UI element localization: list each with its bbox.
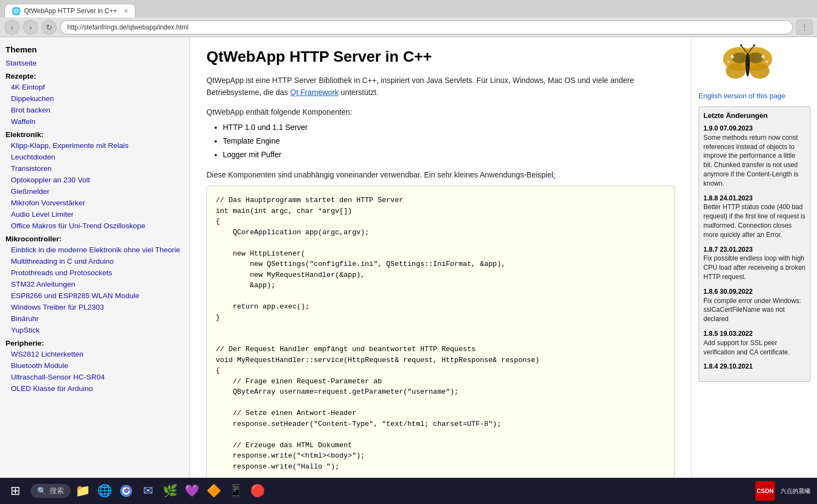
svg-point-5 bbox=[748, 52, 763, 63]
changelog-text-4: Fix compile error under Windows: sslCaCe… bbox=[703, 297, 806, 324]
menu-button[interactable]: ⋮ bbox=[796, 20, 813, 35]
svg-point-2 bbox=[726, 63, 745, 79]
sidebar-item-ws2812[interactable]: WS2812 Lichterketten bbox=[0, 348, 190, 360]
active-tab[interactable]: 🌐 QtWebApp HTTP Server in C++ ✕ bbox=[4, 4, 135, 17]
taskbar-search-label: 搜索 bbox=[50, 486, 64, 496]
taskbar-icon-purple-app[interactable]: 💜 bbox=[182, 481, 202, 501]
components-list: HTTP 1.0 und 1.1 Server Template Engine … bbox=[206, 121, 675, 162]
sidebar-item-bluetooth[interactable]: Bluetooth Module bbox=[0, 360, 190, 371]
taskbar-icon-file-explorer[interactable]: 📁 bbox=[73, 481, 92, 501]
sidebar-item-4k-eintopf[interactable]: 4K Eintopf bbox=[0, 81, 190, 93]
sidebar-item-office-makros[interactable]: Office Makros für Uni-Trend Oszilloskope bbox=[0, 220, 190, 232]
taskbar-icon-green-app[interactable]: 🌿 bbox=[160, 481, 180, 501]
sidebar-title: Themen bbox=[0, 43, 190, 57]
component-item-3: Logger mit Puffer bbox=[223, 148, 675, 162]
svg-point-10 bbox=[753, 44, 755, 46]
changelog-entry-5: 1.8.5 19.03.2022 Add support for SSL pee… bbox=[703, 329, 806, 357]
sidebar-item-oled[interactable]: OLED Klasse für Arduino bbox=[0, 383, 190, 394]
taskbar-icon-chrome[interactable] bbox=[116, 481, 136, 501]
sidebar-item-esp8266[interactable]: ESP8266 und ESP8285 WLAN Module bbox=[0, 290, 190, 301]
sidebar-item-protothreads[interactable]: Protothreads und Protosockets bbox=[0, 267, 190, 278]
sidebar-item-transistoren[interactable]: Transistoren bbox=[0, 163, 190, 174]
taskbar-icon-csdn[interactable]: CSDN bbox=[755, 481, 775, 501]
browser-tabs-row: 🌐 QtWebApp HTTP Server in C++ ✕ bbox=[0, 0, 817, 17]
sidebar-item-einblick[interactable]: Einblick in die moderne Elektronik ohne … bbox=[0, 244, 190, 256]
svg-point-3 bbox=[750, 63, 769, 79]
sidebar-item-giessmelder[interactable]: Gießmelder bbox=[0, 186, 190, 197]
right-panel: English version of this page Letzte Ände… bbox=[691, 37, 817, 478]
url-text: http://stefanfrings.de/qtwebapp/index.ht… bbox=[67, 23, 188, 31]
sidebar-item-yupstick[interactable]: YupStick bbox=[0, 324, 190, 336]
taskbar-icon-orange-app[interactable]: 🔶 bbox=[204, 481, 223, 501]
svg-point-12 bbox=[761, 55, 765, 58]
sidebar-section-elektronik: Elektronik: bbox=[0, 127, 190, 140]
sidebar-section-mikrocontroller: Mikrocontroller: bbox=[0, 232, 190, 244]
back-button[interactable]: ‹ bbox=[4, 20, 20, 35]
sidebar-section-peripherie: Peripherie: bbox=[0, 336, 190, 348]
example-intro-text: Diese Komponenten sind unabhängig vonein… bbox=[206, 170, 675, 179]
sidebar: Themen Startseite Rezepte: 4K Eintopf Di… bbox=[0, 37, 190, 478]
taskbar-icon-red-app[interactable]: 🔴 bbox=[247, 481, 267, 501]
svg-point-14 bbox=[766, 61, 768, 63]
refresh-button[interactable]: ↻ bbox=[42, 20, 57, 35]
example-link[interactable]: : bbox=[553, 170, 555, 179]
english-version-link[interactable]: English version of this page bbox=[698, 92, 810, 100]
changelog-text-3: Fix possible endless loop with high CPU … bbox=[703, 254, 806, 281]
changelog-title: Letzte Änderungen bbox=[703, 111, 806, 120]
changelog-entry-1: 1.9.0 07.09.2023 Some methods return now… bbox=[703, 124, 806, 188]
start-button[interactable]: ⊞ bbox=[4, 480, 26, 502]
main-content: QtWebApp HTTP Server in C++ QtWepApp ist… bbox=[190, 37, 691, 478]
svg-point-4 bbox=[732, 52, 747, 63]
taskbar: ⊞ 🔍 搜索 📁 🌐 ✉ 🌿 💜 🔶 📱 🔴 CSDN 六点的晨曦 bbox=[0, 478, 817, 504]
sidebar-item-windows-treiber[interactable]: Windows Treiber für PL2303 bbox=[0, 301, 190, 313]
browser-bar: ‹ › ↻ http://stefanfrings.de/qtwebapp/in… bbox=[0, 17, 817, 37]
components-title: QtWebApp enthält folgende Komponenten: bbox=[206, 108, 675, 116]
sidebar-item-binaeuhr[interactable]: Binäruhr bbox=[0, 313, 190, 324]
svg-point-8 bbox=[740, 44, 742, 46]
content-area: QtWebApp HTTP Server in C++ QtWepApp ist… bbox=[190, 37, 817, 478]
sidebar-item-ultraschall[interactable]: Ultraschall-Sensor HC-SR04 bbox=[0, 371, 190, 383]
component-item-2: Template Engine bbox=[223, 134, 675, 148]
sidebar-item-waffeln[interactable]: Waffeln bbox=[0, 116, 190, 127]
taskbar-search-bar[interactable]: 🔍 搜索 bbox=[31, 484, 70, 498]
tab-label: QtWebApp HTTP Server in C++ bbox=[24, 7, 117, 15]
search-icon: 🔍 bbox=[37, 487, 46, 495]
sidebar-item-mikrofon[interactable]: Mikrofon Vorverstärker bbox=[0, 197, 190, 209]
changelog-entry-2: 1.8.8 24.01.2023 Better HTTP status code… bbox=[703, 194, 806, 240]
changelog-version-3: 1.8.7 23.01.2023 bbox=[703, 245, 806, 254]
sidebar-item-leuchtdioden[interactable]: Leuchtdioden bbox=[0, 151, 190, 163]
page-title: QtWebApp HTTP Server in C++ bbox=[206, 48, 675, 66]
tab-close-icon[interactable]: ✕ bbox=[123, 8, 128, 15]
taskbar-icon-edge[interactable]: 🌐 bbox=[94, 481, 114, 501]
url-bar[interactable]: http://stefanfrings.de/qtwebapp/index.ht… bbox=[60, 20, 793, 34]
svg-point-13 bbox=[727, 61, 730, 63]
component-item-1: HTTP 1.0 und 1.1 Server bbox=[223, 121, 675, 134]
sidebar-item-brot-backen[interactable]: Brot backen bbox=[0, 104, 190, 116]
sidebar-item-stm32[interactable]: STM32 Anleitungen bbox=[0, 278, 190, 290]
clock-time: 六点的晨曦 bbox=[780, 487, 810, 495]
changelog-entry-4: 1.8.6 30.09.2022 Fix compile error under… bbox=[703, 287, 806, 324]
taskbar-icon-device[interactable]: 📱 bbox=[226, 481, 245, 501]
sidebar-item-startseite[interactable]: Startseite bbox=[0, 57, 190, 69]
sidebar-item-multithreading[interactable]: Multithreading in C und Arduino bbox=[0, 256, 190, 267]
changelog-version-6: 1.8.4 29.10.2021 bbox=[703, 362, 806, 371]
qt-framework-link[interactable]: Qt Framework bbox=[290, 88, 339, 97]
sidebar-item-dippekuchen[interactable]: Dippekuchen bbox=[0, 93, 190, 104]
forward-button[interactable]: › bbox=[23, 20, 38, 35]
changelog-box: Letzte Änderungen 1.9.0 07.09.2023 Some … bbox=[698, 106, 810, 382]
changelog-version-2: 1.8.8 24.01.2023 bbox=[703, 194, 806, 203]
clock-area: 六点的晨曦 bbox=[778, 487, 813, 495]
sidebar-item-optokoppler[interactable]: Optokoppler an 230 Volt bbox=[0, 174, 190, 186]
butterfly-image bbox=[720, 43, 775, 86]
changelog-text-1: Some methods return now const references… bbox=[703, 133, 806, 188]
sidebar-item-klipp-klapp[interactable]: Klipp-Klapp, Experimente mit Relais bbox=[0, 140, 190, 151]
changelog-version-5: 1.8.5 19.03.2022 bbox=[703, 329, 806, 339]
taskbar-right: CSDN 六点的晨曦 bbox=[755, 481, 813, 501]
changelog-version-1: 1.9.0 07.09.2023 bbox=[703, 124, 806, 133]
svg-point-6 bbox=[745, 52, 750, 76]
changelog-text-5: Add support for SSL peer verification an… bbox=[703, 339, 806, 357]
sidebar-item-audio-level[interactable]: Audio Level Limiter bbox=[0, 209, 190, 220]
changelog-entry-3: 1.8.7 23.01.2023 Fix possible endless lo… bbox=[703, 245, 806, 282]
sidebar-section-rezepte: Rezepte: bbox=[0, 69, 190, 81]
taskbar-icon-mail[interactable]: ✉ bbox=[138, 481, 158, 501]
